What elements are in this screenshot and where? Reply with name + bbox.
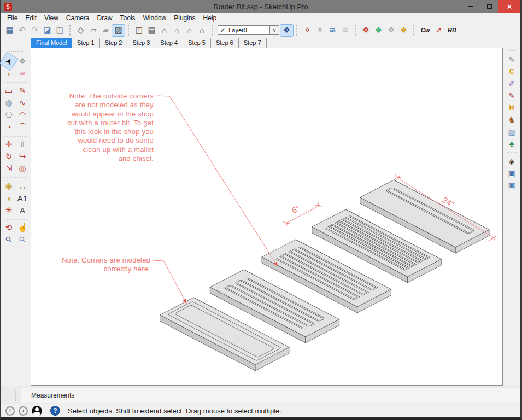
hidden-line-style-icon[interactable]: ▱ xyxy=(87,25,99,36)
scene-tab-step-5[interactable]: Step 5 xyxy=(183,38,211,48)
credits-status-icon[interactable]: i xyxy=(19,406,28,416)
scene-tab-step-1[interactable]: Step 1 xyxy=(72,38,100,48)
drawing-canvas[interactable]: 6" 24" Note: The outside corners are not… xyxy=(31,48,503,386)
redo-icon[interactable]: ↷ xyxy=(28,25,41,36)
rectangle-tool-icon[interactable]: ▭ xyxy=(2,85,15,97)
stamp-icon[interactable]: ✎ xyxy=(506,90,518,102)
sign-in-avatar-icon[interactable] xyxy=(32,406,42,416)
circle-tool-icon[interactable]: ◍ xyxy=(2,97,15,109)
rd-tool-icon[interactable]: RD xyxy=(445,25,459,36)
plugin-gray-box-icon[interactable]: ❖ xyxy=(385,25,397,36)
move-tool-icon[interactable]: ✛ xyxy=(2,138,15,150)
shaded-with-textures-style-icon[interactable]: ▨ xyxy=(112,25,125,36)
dimension-tool-icon[interactable]: ↔ xyxy=(16,180,29,192)
pie-tool-icon[interactable]: ◔ xyxy=(2,121,15,133)
front-view-icon[interactable]: ⌂ xyxy=(158,25,171,36)
polygon-tool-icon[interactable]: ⎔ xyxy=(2,109,15,121)
help-icon[interactable]: ? xyxy=(50,406,60,416)
scene-tab-step-3[interactable]: Step 3 xyxy=(127,38,155,48)
toolbar-separator xyxy=(413,25,416,36)
sandbox-contours-icon[interactable]: ✎ xyxy=(506,54,518,66)
3d-text-tool-icon[interactable]: A xyxy=(16,204,29,216)
palette-separator xyxy=(507,152,517,153)
layers-hide-icon[interactable]: ≋ xyxy=(339,25,351,36)
tree-plugin-icon[interactable]: ♣ xyxy=(506,138,518,150)
save-icon[interactable]: ▦ xyxy=(3,25,16,36)
layer-combo-value: Layer0 xyxy=(228,27,247,33)
main-toolbar: ▦↶↷◪◫ ◇▱▰▨ ◰▤⌂⌂⌂⌂ ✓ Layer0 ∨ ❖ ✧✧≋≋ ❖❖❖❖… xyxy=(1,24,520,37)
top-view-icon[interactable]: ▤ xyxy=(145,25,158,36)
menu-window[interactable]: Window xyxy=(139,13,171,24)
scene-tab-step-6[interactable]: Step 6 xyxy=(211,38,239,48)
h-plugin-icon[interactable]: H xyxy=(506,102,518,114)
scene-tab-final-model[interactable]: Final Model xyxy=(31,38,72,48)
blue-cube2-plugin-icon[interactable]: ▣ xyxy=(506,179,518,191)
layer-manager-icon[interactable]: ❖ xyxy=(280,25,293,36)
tool-palette-right: ✎C✐✎H♞▨♣◈▣▣ xyxy=(503,48,520,386)
palette-grip[interactable] xyxy=(508,50,515,51)
text-tool-icon[interactable]: A1 xyxy=(16,192,29,204)
smoove-icon[interactable]: ✐ xyxy=(506,78,518,90)
tray-grip[interactable] xyxy=(15,390,17,401)
maximize-button[interactable] xyxy=(480,0,498,13)
layer-combo-arrow-icon[interactable]: ∨ xyxy=(270,25,279,35)
pushpull-tool-icon[interactable]: ⇧ xyxy=(16,138,29,150)
add-visible-layer-icon[interactable]: ✧ xyxy=(314,25,326,36)
scale-tool-icon[interactable]: ⇲ xyxy=(2,162,15,174)
close-button[interactable]: ✕ xyxy=(498,0,520,13)
axes-tool-icon[interactable]: ✳ xyxy=(2,204,15,216)
dimension-6in-label: 6" xyxy=(290,203,301,215)
right-view-icon[interactable]: ⌂ xyxy=(171,25,183,36)
cw-tool-icon[interactable]: Cw xyxy=(418,25,432,36)
measure-arrow-icon[interactable]: ↗ xyxy=(432,25,445,36)
geolocation-status-icon[interactable]: ! xyxy=(5,406,15,416)
drape-icon[interactable]: ▨ xyxy=(506,126,518,138)
layer-combobox[interactable]: ✓ Layer0 ∨ xyxy=(218,25,279,35)
back-view-icon[interactable]: ⌂ xyxy=(183,25,196,36)
followme-tool-icon[interactable]: ↪ xyxy=(16,150,29,162)
iso-view-icon[interactable]: ◰ xyxy=(133,25,145,36)
arc-tool-icon[interactable]: ◠ xyxy=(16,109,29,121)
menu-view[interactable]: View xyxy=(40,13,62,24)
note-outside-corners: Note: The outside corners are not modele… xyxy=(36,92,154,163)
left-view-icon[interactable]: ⌂ xyxy=(196,25,208,36)
c-plugin-icon[interactable]: C xyxy=(506,66,518,78)
scene-tab-step-7[interactable]: Step 7 xyxy=(239,38,267,48)
status-bar: ! i ? Select objects. Shift to extend se… xyxy=(1,404,520,417)
menu-plugins[interactable]: Plugins xyxy=(170,13,199,24)
protractor-icon[interactable]: ◖ xyxy=(2,192,15,204)
palette-separator xyxy=(4,174,27,178)
undo-icon[interactable]: ↶ xyxy=(16,25,28,36)
rotate-tool-icon[interactable]: ↻ xyxy=(2,150,15,162)
menu-draw[interactable]: Draw xyxy=(93,13,116,24)
blue-cube-plugin-icon[interactable]: ▣ xyxy=(506,167,518,179)
plugin-green-box-icon[interactable]: ❖ xyxy=(372,25,385,36)
offset-tool-icon[interactable]: ◎ xyxy=(16,162,29,174)
eraser-icon[interactable]: ▰ xyxy=(16,67,29,79)
menu-edit[interactable]: Edit xyxy=(21,13,40,24)
menu-help[interactable]: Help xyxy=(200,13,221,24)
menu-camera[interactable]: Camera xyxy=(62,13,93,24)
palette-grip[interactable] xyxy=(9,51,23,54)
make-component-icon[interactable]: ❖ xyxy=(16,55,29,67)
scene-tab-step-2[interactable]: Step 2 xyxy=(100,38,128,48)
layers-show-icon[interactable]: ≋ xyxy=(326,25,339,36)
add-hidden-layer-icon[interactable]: ✧ xyxy=(301,25,314,36)
twopoint-arc-tool-icon[interactable]: ⌒ xyxy=(16,121,29,133)
shaded-style-icon[interactable]: ▰ xyxy=(99,25,112,36)
dimension-6in xyxy=(283,202,322,226)
animal-plugin-icon[interactable]: ♞ xyxy=(506,114,518,126)
line-tool-icon[interactable]: ✎ xyxy=(16,85,29,97)
wireframe-style-icon[interactable]: ◇ xyxy=(74,25,87,36)
minimize-button[interactable] xyxy=(461,0,480,13)
plugin-yellow-box-icon[interactable]: ❖ xyxy=(397,25,410,36)
menu-file[interactable]: File xyxy=(3,13,21,24)
plugin-red-box-icon[interactable]: ❖ xyxy=(360,25,372,36)
tape-measure-icon[interactable]: ◉ xyxy=(2,180,15,192)
compass-plugin-icon[interactable]: ◈ xyxy=(506,155,518,167)
style-shaded-box-icon[interactable]: ◪ xyxy=(41,25,54,36)
style-sheet-icon[interactable]: ◫ xyxy=(54,25,66,36)
menu-tools[interactable]: Tools xyxy=(116,13,139,24)
scene-tab-step-4[interactable]: Step 4 xyxy=(155,38,183,48)
freehand-tool-icon[interactable]: ∿ xyxy=(16,97,29,109)
